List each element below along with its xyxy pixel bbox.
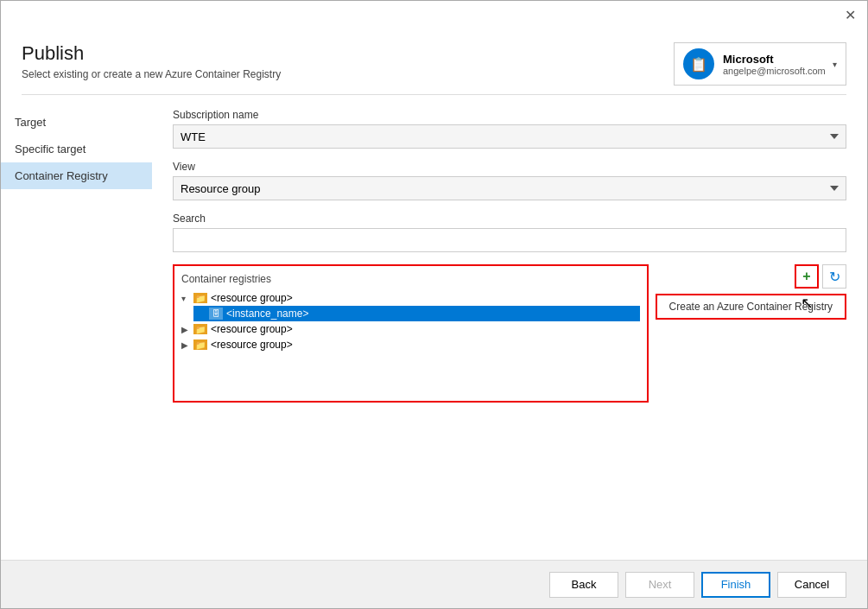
avatar-icon: 📋 (690, 56, 707, 73)
create-registry-button[interactable]: Create an Azure Container Registry (656, 294, 846, 320)
dialog-title: Publish (22, 42, 281, 65)
back-button[interactable]: Back (549, 572, 618, 598)
main-content: Target Specific target Container Registr… (1, 95, 867, 560)
sidebar-item-container-registry[interactable]: Container Registry (1, 162, 152, 189)
tree-label-rg2: <resource group> (211, 323, 293, 335)
finish-button[interactable]: Finish (701, 572, 770, 598)
tree-label-instance: <instance_name> (226, 308, 308, 320)
add-registry-button[interactable]: + (795, 264, 819, 289)
search-input[interactable] (173, 228, 846, 252)
plus-icon: + (802, 269, 810, 284)
search-group: Search (173, 213, 846, 252)
tree-label-rg3: <resource group> (211, 339, 293, 351)
tree-label-rg1: <resource group> (211, 292, 293, 304)
right-panel: + ↻ Create an Azure Container Registry ↖ (656, 264, 846, 403)
sidebar-item-specific-target[interactable]: Specific target (1, 136, 152, 162)
view-select[interactable]: Resource group (173, 176, 846, 200)
tree-row-rg3[interactable]: ▶ 📁 <resource group> (181, 337, 640, 352)
folder-icon-rg1: 📁 (193, 293, 207, 303)
sidebar: Target Specific target Container Registr… (1, 95, 152, 560)
expand-icon-rg3: ▶ (181, 340, 193, 350)
dialog-header: Publish Select existing or create a new … (1, 29, 867, 94)
title-bar: ✕ (1, 1, 867, 29)
refresh-button[interactable]: ↻ (822, 264, 846, 289)
registry-section: Container registries ▾ 📁 <resource group… (173, 264, 846, 403)
icon-btn-row: + ↻ (795, 264, 846, 289)
account-avatar: 📋 (683, 48, 714, 79)
account-info: Microsoft angelpe@microsoft.com (723, 53, 826, 76)
header-left: Publish Select existing or create a new … (22, 42, 281, 80)
search-label: Search (173, 213, 846, 225)
subscription-group: Subscription name WTE (173, 109, 846, 149)
content-area: Subscription name WTE View Resource grou… (152, 95, 867, 560)
view-group: View Resource group (173, 161, 846, 200)
next-button[interactable]: Next (625, 572, 694, 598)
subscription-label: Subscription name (173, 109, 846, 121)
chevron-down-icon: ▾ (833, 60, 837, 69)
refresh-icon: ↻ (829, 269, 840, 285)
folder-icon-rg3: 📁 (193, 339, 207, 350)
sidebar-item-target[interactable]: Target (1, 109, 152, 136)
registry-tree-header: Container registries (181, 273, 640, 285)
tree-row-rg2[interactable]: ▶ 📁 <resource group> (181, 321, 640, 337)
registry-tree-panel: Container registries ▾ 📁 <resource group… (173, 264, 649, 403)
close-button[interactable]: ✕ (841, 6, 858, 23)
dialog-subtitle: Select existing or create a new Azure Co… (22, 68, 281, 80)
registry-icon-instance: 🗄 (209, 308, 223, 320)
account-email: angelpe@microsoft.com (723, 66, 826, 76)
subscription-select[interactable]: WTE (173, 124, 846, 149)
account-badge[interactable]: 📋 Microsoft angelpe@microsoft.com ▾ (674, 42, 846, 86)
account-name: Microsoft (723, 53, 826, 66)
view-label: View (173, 161, 846, 173)
cancel-button[interactable]: Cancel (777, 572, 846, 598)
folder-icon-rg2: 📁 (193, 324, 207, 334)
tree-row-instance[interactable]: 🗄 <instance_name> (193, 306, 640, 321)
footer: Back Next Finish Cancel (1, 560, 867, 608)
expand-icon-rg2: ▶ (181, 325, 193, 334)
tree-row-rg1[interactable]: ▾ 📁 <resource group> (181, 290, 640, 306)
expand-icon-rg1: ▾ (181, 294, 193, 303)
publish-dialog: ✕ Publish Select existing or create a ne… (0, 0, 868, 609)
